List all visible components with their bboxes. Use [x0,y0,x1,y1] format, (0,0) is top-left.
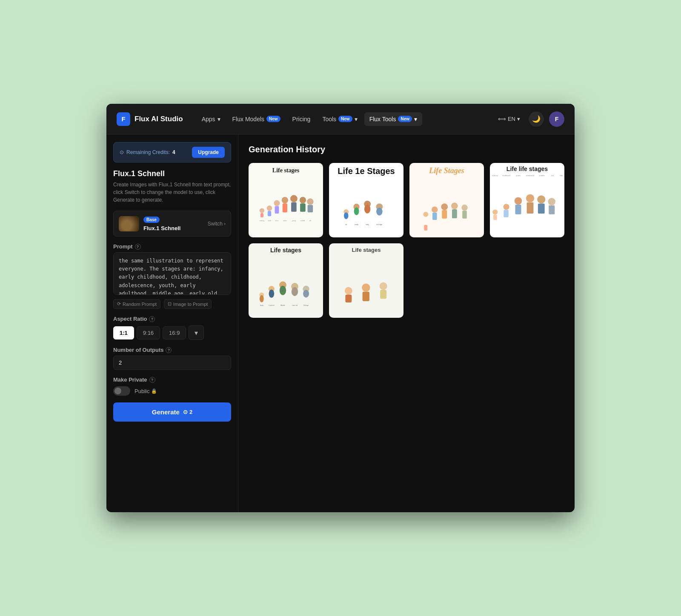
ratio-dropdown[interactable]: ▾ [189,325,204,340]
model-title: Flux.1 Schnell [113,169,231,178]
language-selector[interactable]: ⟺ EN ▾ [495,113,524,125]
credits-text: ⊙ Remaining Credits: 4 [120,149,175,155]
logo-icon: F [117,112,130,126]
svg-point-41 [461,205,467,211]
credits-bar: ⊙ Remaining Credits: 4 Upgrade [113,142,231,163]
private-label: Make Private ? [113,376,231,383]
private-toggle[interactable] [113,386,130,396]
svg-rect-7 [275,206,279,214]
nav-tools[interactable]: Tools New ▾ [317,112,362,126]
svg-point-77 [345,287,352,295]
svg-point-6 [274,200,280,206]
chevron-down-icon: ▾ [355,116,358,123]
chevron-right-icon: › [224,221,226,227]
prompt-textarea[interactable]: the same illustration to represent every… [113,252,231,295]
svg-rect-13 [291,202,297,211]
card-title-6: Life stages [329,247,403,253]
svg-point-25 [354,207,359,215]
generate-button[interactable]: Generate ⊙ 2 [113,402,231,422]
nav-apps[interactable]: Apps ▾ [197,112,226,126]
image-to-prompt-button[interactable]: ⊡ Image to Prompt [164,299,212,309]
sidebar: ⊙ Remaining Credits: 4 Upgrade Flux.1 Sc… [106,134,238,512]
svg-point-0 [260,208,264,213]
image-icon: ⊡ [168,301,172,307]
model-card: Base Flux.1 Schnell Switch › [113,211,231,237]
prompt-info-icon[interactable]: ? [135,244,141,250]
empty-card-4 [490,243,564,318]
svg-rect-1 [260,213,263,218]
card-illustration-3 [409,182,484,237]
card-title-3: Life Stages [409,166,484,175]
gallery-card-2[interactable]: Life 1e Stages int early [329,163,403,237]
switch-button[interactable]: Switch › [208,221,226,227]
gallery-card-4[interactable]: Life life stages infancy childhood youth… [490,163,564,237]
card-inner-6: Life stages [329,243,403,318]
svg-text:Middle: Middle [280,305,285,306]
svg-point-81 [380,282,387,290]
nav-pricing[interactable]: Pricing [287,112,316,126]
private-info-icon[interactable]: ? [149,377,155,383]
svg-rect-10 [283,203,287,212]
svg-point-9 [282,197,288,203]
model-thumbnail [119,216,139,231]
outputs-info-icon[interactable]: ? [166,347,172,353]
svg-point-12 [290,195,298,202]
svg-point-63 [260,295,264,302]
prompt-section: Prompt ? the same illustration to repres… [113,243,231,309]
public-label: Public 🔒 [134,388,157,394]
card-inner-1: Life stages infancy [249,163,323,237]
logo-area[interactable]: F Flux AI Studio [117,112,183,126]
ratio-9-16[interactable]: 9:16 [137,326,160,339]
theme-toggle[interactable]: 🌙 [529,111,544,127]
prompt-label: Prompt ? [113,243,231,250]
gallery-card-6[interactable]: Life stages [329,243,403,318]
gallery-card-1[interactable]: Life stages infancy [249,163,323,237]
avatar[interactable]: F [549,111,564,127]
svg-text:early: early [355,223,358,225]
svg-point-58 [537,195,545,203]
gallery-card-3[interactable]: Life Stages [409,163,484,237]
aspect-ratio-section: Aspect Ratio ? 1:1 9:16 16:9 ▾ [113,316,231,340]
model-desc: Create Images with Flux.1 Schnell from t… [113,181,231,204]
svg-text:middle: middle [539,174,545,177]
svg-rect-51 [493,215,497,220]
gallery-card-5[interactable]: Life stages Early Coinhod [249,243,323,318]
card-inner-2: Life 1e Stages int early [329,163,403,237]
ratio-1-1[interactable]: 1:1 [113,326,134,339]
svg-point-37 [441,203,448,210]
svg-rect-16 [300,203,306,212]
svg-point-54 [515,197,522,205]
upgrade-button[interactable]: Upgrade [192,147,225,158]
nav-right: ⟺ EN ▾ 🌙 F [495,111,564,127]
credit-cost: ⊙ 2 [183,409,192,415]
card-illustration-2: int early tarly [329,182,403,237]
svg-point-60 [548,198,556,205]
ratio-16-9[interactable]: 16:9 [163,326,186,339]
svg-text:lold age: lold age [376,223,382,225]
svg-rect-38 [442,210,447,219]
svg-point-28 [364,205,370,214]
card-illustration-1: infancy child [249,178,323,237]
card-illustration-5: Early Coinhod Middle [249,258,323,318]
svg-point-15 [300,197,306,203]
svg-point-50 [492,209,498,214]
card-inner-3: Life Stages [409,163,484,237]
svg-text:Late old: Late old [292,305,298,306]
card-title-5: Life stages [249,247,323,254]
main-content: ⊙ Remaining Credits: 4 Upgrade Flux.1 Sc… [106,134,575,512]
svg-point-75 [303,290,309,297]
svg-rect-61 [549,205,555,214]
card-illustration-6 [329,254,403,318]
svg-text:infancy: infancy [260,220,264,222]
aspect-ratio-info-icon[interactable]: ? [149,316,155,322]
ratio-options: 1:1 9:16 16:9 ▾ [113,325,231,340]
outputs-input[interactable] [113,356,231,370]
svg-text:youth: youth [516,174,521,177]
app-window: F Flux AI Studio Apps ▾ Flux Models New … [106,104,575,512]
nav-flux-models[interactable]: Flux Models New [227,112,286,126]
nav-flux-tools[interactable]: Flux Tools New ▾ [364,112,422,126]
svg-rect-55 [515,205,521,214]
svg-text:tarly: tarly [366,223,369,225]
svg-rect-53 [504,210,508,217]
random-prompt-button[interactable]: ⟳ Random Prompt [113,299,160,309]
